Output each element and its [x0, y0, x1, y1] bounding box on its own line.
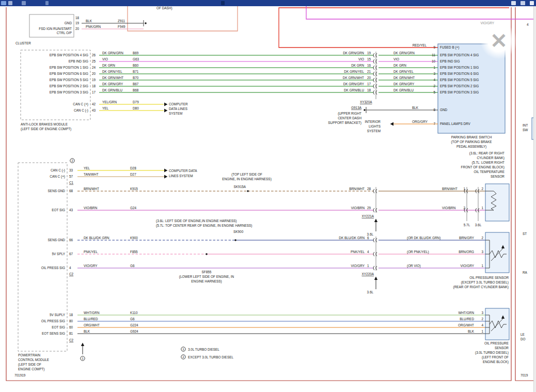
wire [306, 6, 534, 19]
label: 19 [92, 78, 96, 82]
label: CLUSTER [15, 41, 31, 45]
label: B68 [133, 88, 139, 92]
label: COMPUTER DATA [169, 169, 197, 173]
label: DK BLU/DK GRN [339, 236, 365, 240]
connector-icon [373, 72, 374, 76]
wiring-diagram: OF DASH)VIO/GRYGNDFSD IGN RUN/STARTCTRL … [0, 0, 536, 392]
label: VIO/GRY [84, 264, 98, 268]
label: BLU/RED [460, 317, 474, 321]
label: (3.0L TURBO DIESEL) [475, 351, 509, 355]
label: (REAR OF RIGHT CYLINDER BANK) [453, 285, 509, 289]
label: INTERIOR [365, 120, 381, 123]
close-button[interactable]: ✕ [481, 23, 517, 59]
connector-icon [373, 266, 374, 270]
label: (OR VIO) [407, 264, 421, 268]
label: DK GRN/GRN [343, 51, 364, 55]
oil-pressure-sensor-1: OIL PRESSURE SENSOR(EXCEPT 3.0L TURBO DI… [453, 232, 509, 289]
label: G924 [130, 330, 138, 333]
label: EPB SW POSITION 1 SIG [440, 66, 479, 69]
label: XY221A [362, 214, 374, 218]
label: 6 [367, 236, 369, 240]
label: (LEFT SIDE OF ENGINE COMPT) [21, 127, 71, 131]
label: PANEL LAMPS DRV [440, 122, 471, 126]
label: SUPPORT BRACKET) [328, 121, 361, 125]
label: B70 [133, 76, 139, 80]
label: (LEFT FRONT OF [482, 355, 509, 359]
page-icon[interactable] [521, 1, 525, 5]
label: DK GRN/WHT [102, 76, 123, 80]
label: 11 [432, 53, 435, 57]
label: SENSOR [491, 175, 505, 178]
label: INT [523, 123, 528, 127]
label: 3.6L [367, 232, 374, 236]
label: XY320A [360, 100, 372, 104]
label: (LEFT SIDE OF [18, 363, 41, 367]
label: 3.6L [367, 290, 374, 294]
label: DK BLU/DK GRN [84, 236, 109, 240]
label: K915 [130, 187, 138, 191]
label: 10 [432, 59, 436, 63]
label: SK900 [233, 230, 244, 233]
label: 4 [69, 266, 71, 270]
label: F855 [130, 250, 138, 254]
label: EXCEPT 3.0L TURBO DIESEL [188, 355, 233, 359]
label: CENTER DASH [338, 116, 361, 120]
window-edge[interactable] [533, 6, 536, 392]
label: 9 [433, 45, 435, 49]
label: (TOP LEFT SIDE OF [231, 173, 262, 177]
label: 2 [481, 317, 483, 321]
label: 1 [481, 206, 483, 210]
label: EPB SW POSITION 5 SIG [50, 78, 88, 82]
label: Z911 [118, 19, 125, 23]
arrow-icon [164, 169, 168, 173]
label: G913A [351, 106, 362, 109]
wire [279, 8, 509, 48]
footnote-number: 2 [71, 159, 73, 162]
label: DK GRN/BLU [344, 88, 364, 92]
bookmark-icon[interactable] [45, 1, 49, 5]
splice-dot [364, 109, 366, 111]
top-wires: OF DASH)VIO/GRY [128, 6, 534, 48]
label: C1 [69, 181, 74, 184]
label: D80 [133, 106, 139, 110]
label: C2 [69, 272, 74, 276]
label: 4 [367, 250, 369, 254]
label: 701919 [14, 373, 26, 377]
app-icon[interactable] [1, 1, 6, 5]
footnotes: 3.0L TURBO DIESELEXCEPT 3.0L TURBO DIESE… [181, 347, 234, 359]
label: DK GRN/GRY [393, 82, 415, 86]
label: LIGHTS [369, 124, 381, 128]
tool-icon[interactable] [221, 1, 225, 5]
print-icon[interactable] [511, 1, 516, 5]
label: 3 [481, 250, 483, 254]
label: DO [521, 337, 526, 341]
label: FRONT OF ENGINE BLOCK) [461, 165, 505, 169]
label: DK GRN/YEL [102, 70, 122, 73]
label: B60 [133, 64, 139, 67]
label: PNK/YEL [84, 250, 98, 254]
label: 67 [69, 252, 73, 256]
powertrain-control-module: CAN C (-)CAN C (+)SENS GNDEOT SIGSENS GN… [14, 159, 485, 377]
label: PARKING BRAKE SWITCH [451, 135, 492, 139]
label: CAN C (-) [51, 168, 65, 173]
label: F949 [118, 25, 125, 28]
label: DATA LINES [169, 107, 187, 111]
label: 7019 [521, 373, 528, 377]
label: YEL/GRN [102, 100, 117, 104]
document-icon[interactable] [22, 1, 26, 5]
label: 15 [367, 57, 371, 61]
label: GND [440, 108, 448, 112]
label: 4 [433, 78, 435, 82]
label: EPB SW POSITION 6 SIG [440, 72, 479, 75]
panel-icon[interactable] [530, 1, 534, 5]
label: DK GRN [102, 64, 115, 67]
label: BLK [86, 19, 92, 23]
label: SYSTEM [367, 129, 381, 133]
folder-icon[interactable] [8, 1, 12, 5]
wire [128, 6, 238, 31]
footnote-number: 1 [182, 348, 184, 351]
label: (5.7L: LOWER RIGHT [472, 161, 505, 165]
label: 2 [433, 84, 435, 88]
splice-dot [206, 253, 208, 255]
label: EPB SW POSITION 2 SIG [50, 84, 88, 88]
